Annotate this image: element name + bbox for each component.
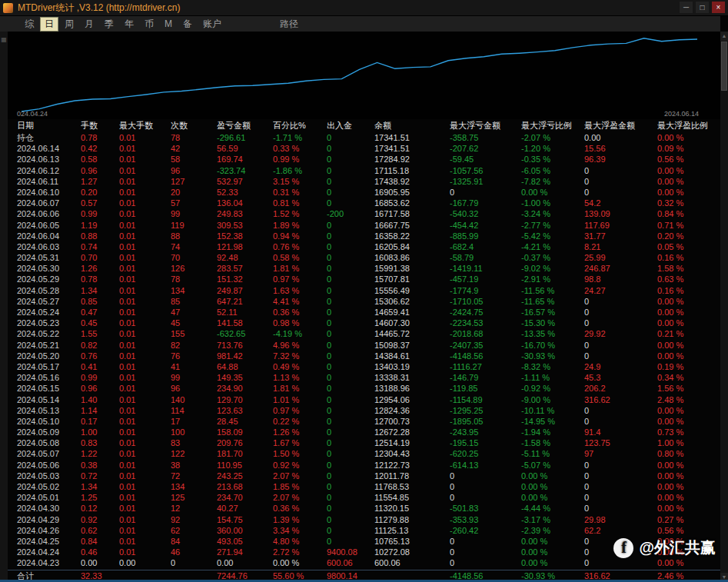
table-cell: -5.11 % bbox=[521, 448, 584, 459]
table-cell: 0 bbox=[584, 351, 657, 361]
table-cell: 2024.05.17 bbox=[17, 361, 81, 372]
table-row[interactable]: 2024.06.100.200.012052.330.31 %016905.95… bbox=[8, 187, 720, 198]
scrollbar-thumb[interactable] bbox=[721, 42, 727, 91]
table-cell: 0 bbox=[584, 492, 657, 503]
table-cell: 2024.05.30 bbox=[17, 263, 81, 274]
table-row[interactable]: 2024.05.141.400.01140129.701.01 %012954.… bbox=[8, 394, 720, 405]
table-row[interactable]: 2024.05.030.720.0172243.252.07 %012011.7… bbox=[8, 471, 720, 481]
table-cell: 0.00 % bbox=[657, 318, 720, 328]
table-cell: 0.00 % bbox=[521, 187, 584, 198]
table-row[interactable]: 2024.05.060.380.0138110.950.92 %012122.7… bbox=[8, 460, 720, 471]
menu-item[interactable]: 备 bbox=[178, 17, 197, 32]
table-row[interactable]: 2024.05.100.170.011728.450.22 %012700.73… bbox=[8, 416, 720, 427]
table-row[interactable]: 2024.05.210.820.0182713.764.96 %015098.3… bbox=[8, 340, 720, 351]
minimize-button[interactable]: ─ bbox=[680, 2, 693, 13]
table-row[interactable]: 2024.04.290.920.0192154.751.39 %011279.8… bbox=[8, 514, 720, 525]
table-cell: 0.01 bbox=[119, 165, 171, 176]
table-row[interactable]: 2024.05.290.780.0178151.320.97 %015707.8… bbox=[8, 274, 720, 284]
table-cell: 0.01 bbox=[119, 208, 171, 219]
table-cell: -1.71 % bbox=[273, 132, 327, 143]
menu-item-path[interactable]: 路径 bbox=[275, 17, 303, 32]
table-row[interactable]: 2024.06.070.570.0157136.040.81 %016853.6… bbox=[8, 198, 720, 208]
table-cell: 0 bbox=[171, 557, 217, 568]
scroll-up-icon[interactable]: ▲ bbox=[720, 32, 728, 41]
table-cell: 140 bbox=[171, 394, 217, 405]
table-row[interactable]: 2024.05.281.340.01134249.871.63 %015556.… bbox=[8, 285, 720, 296]
table-cell: 0.01 bbox=[119, 220, 171, 231]
table-row[interactable]: 2024.05.150.960.0196234.901.81 %013188.9… bbox=[8, 383, 720, 394]
table-cell: 0 bbox=[327, 252, 374, 263]
table-row[interactable]: 2024.05.230.450.0145141.580.98 %014607.3… bbox=[8, 318, 720, 328]
table-row[interactable]: 2024.05.200.760.0176981.427.32 %014384.6… bbox=[8, 351, 720, 361]
menu-item[interactable]: 季 bbox=[100, 17, 118, 32]
table-cell: -3.17 % bbox=[521, 514, 584, 525]
table-row[interactable]: 2024.05.310.700.017092.480.58 %016083.86… bbox=[8, 252, 720, 263]
table-row[interactable]: 2024.05.080.830.0183209.761.67 %012514.1… bbox=[8, 437, 720, 448]
maximize-button[interactable]: □ bbox=[696, 2, 709, 13]
menu-item[interactable]: 综 bbox=[20, 17, 38, 32]
table-row[interactable]: 2024.06.130.580.0158169.740.99 %017284.9… bbox=[8, 154, 720, 165]
table-row[interactable]: 2024.05.221.550.01155-632.65-4.19 %01446… bbox=[8, 328, 720, 339]
table-row[interactable]: 2024.06.111.270.01127532.973.15 %017438.… bbox=[8, 176, 720, 187]
menu-item[interactable]: 日 bbox=[40, 17, 58, 32]
table-row[interactable]: 2024.05.301.260.01126283.571.81 %015991.… bbox=[8, 263, 720, 274]
table-cell: 0.99 % bbox=[273, 154, 327, 165]
table-cell: 56.59 bbox=[217, 143, 273, 154]
menu-item[interactable]: 周 bbox=[60, 17, 78, 32]
table-cell: 271.94 bbox=[217, 547, 273, 557]
table-cell: 117.69 bbox=[584, 220, 657, 231]
table-cell: 0.97 % bbox=[273, 274, 327, 284]
table-cell: -8.32 % bbox=[521, 361, 584, 372]
table-row[interactable]: 2024.06.051.190.01119309.531.89 %016667.… bbox=[8, 220, 720, 231]
table-cell: 126 bbox=[171, 263, 217, 274]
table-row[interactable]: 持仓0.780.0178-296.61-1.71 %017341.51-358.… bbox=[8, 132, 720, 143]
table-cell: 28.45 bbox=[217, 416, 273, 427]
table-cell: 0 bbox=[584, 176, 657, 187]
table-cell: 0.01 bbox=[119, 460, 171, 471]
table-cell: 0.01 bbox=[119, 351, 171, 361]
table-cell: 11320.15 bbox=[374, 503, 450, 514]
table-row[interactable]: 2024.06.120.960.0196-323.74-1.86 %017115… bbox=[8, 165, 720, 176]
table-cell: 0.94 % bbox=[273, 231, 327, 241]
vertical-scrollbar[interactable]: ▲ ▼ bbox=[720, 32, 728, 582]
table-row[interactable]: 2024.04.300.120.011240.270.36 %011320.15… bbox=[8, 503, 720, 514]
table-row[interactable]: 2024.05.011.250.01125234.702.07 %011554.… bbox=[8, 492, 720, 503]
menu-item[interactable]: M bbox=[160, 18, 177, 30]
table-row[interactable]: 2024.06.030.740.0174121.980.76 %016205.8… bbox=[8, 241, 720, 252]
table-cell: -58.79 bbox=[450, 252, 521, 263]
menu-item[interactable]: 年 bbox=[120, 17, 138, 32]
table-row[interactable]: 2024.06.140.420.014256.590.33 %017341.51… bbox=[8, 143, 720, 154]
menu-item[interactable]: 月 bbox=[80, 17, 98, 32]
table-cell: 9800.14 bbox=[327, 570, 374, 580]
table-cell: 12954.06 bbox=[374, 394, 450, 405]
table-cell: 0 bbox=[327, 198, 374, 208]
menu-item[interactable]: 账户 bbox=[198, 17, 226, 32]
table-row[interactable]: 2024.05.021.340.01134213.681.85 %011768.… bbox=[8, 481, 720, 492]
table-row[interactable]: 2024.04.230.000.0000.000.00 %600.06600.0… bbox=[8, 557, 720, 568]
table-row[interactable]: 2024.05.071.220.01122181.701.50 %012304.… bbox=[8, 448, 720, 459]
table-cell: 0.01 bbox=[119, 448, 171, 459]
table-row[interactable]: 2024.04.260.620.0162360.003.34 %011125.1… bbox=[8, 525, 720, 536]
menu-item[interactable]: 币 bbox=[140, 17, 158, 32]
table-cell: 0.01 bbox=[119, 361, 171, 372]
table-cell: 0.00 bbox=[217, 557, 273, 568]
table-row[interactable]: 2024.05.160.990.0199149.351.13 %013338.3… bbox=[8, 372, 720, 383]
table-cell: -11.56 % bbox=[521, 285, 584, 296]
table-row[interactable]: 2024.05.091.000.01100158.091.26 %012672.… bbox=[8, 427, 720, 437]
table-cell: 1.13 % bbox=[273, 372, 327, 383]
mtdriver-stats-window: MTDriver统计 ,V3.12 (http://mtdriver.cn) ─… bbox=[0, 0, 728, 582]
table-cell: 15098.37 bbox=[374, 340, 450, 351]
close-button[interactable]: × bbox=[712, 2, 725, 13]
table-cell: 1.25 bbox=[81, 492, 119, 503]
left-toolbar-icon[interactable]: ▦ bbox=[0, 36, 8, 43]
table-row[interactable]: 2024.05.170.410.014164.880.49 %013403.19… bbox=[8, 361, 720, 372]
table-cell: 96 bbox=[171, 165, 217, 176]
table-row[interactable]: 2024.05.131.140.01114123.630.97 %012824.… bbox=[8, 405, 720, 416]
table-cell: 0 bbox=[450, 557, 521, 568]
table-row[interactable]: 2024.05.270.850.0185647.214.41 %015306.6… bbox=[8, 296, 720, 307]
table-row[interactable]: 2024.06.040.880.0188152.380.94 %016358.2… bbox=[8, 231, 720, 241]
table-row[interactable]: 2024.05.240.470.014752.110.36 %014659.41… bbox=[8, 307, 720, 318]
table-cell: 0.01 bbox=[119, 536, 171, 547]
table-cell: 16667.75 bbox=[374, 220, 450, 231]
table-row[interactable]: 2024.06.060.990.0199249.831.52 %-2001671… bbox=[8, 208, 720, 219]
